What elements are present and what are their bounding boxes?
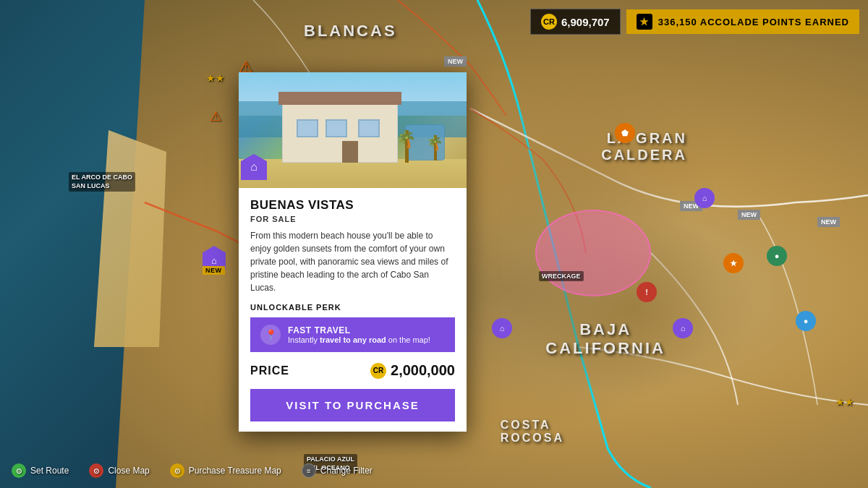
property-name: BUENAS VISTAS bbox=[250, 198, 455, 213]
warning-triangle-2: ⚠ bbox=[210, 108, 221, 124]
price-amount: 2,000,000 bbox=[391, 362, 455, 379]
set-route-label: Set Route bbox=[30, 466, 69, 476]
credits-value: 6,909,707 bbox=[561, 16, 610, 28]
close-map-action: ⊙ Close Map bbox=[89, 463, 149, 478]
wreckage-label: WRECKAGE bbox=[539, 271, 584, 281]
property-card: 🌴 🌴 BUENAS VISTAS FOR SALE From this mod… bbox=[239, 72, 467, 432]
marker-orange-1: ★ bbox=[723, 253, 744, 273]
set-route-action: ⊙ Set Route bbox=[12, 463, 69, 478]
marker-green-1: ● bbox=[767, 246, 787, 266]
marker-orange-2: ⬟ bbox=[615, 123, 635, 143]
house-marker-new: ⌂ NEW bbox=[203, 246, 226, 269]
star-rating-1: ★★ bbox=[206, 72, 225, 84]
new-badge-4: NEW bbox=[817, 217, 840, 227]
perk-desc: Instantly travel to any road on the map! bbox=[288, 335, 430, 344]
change-filter-action: ≡ Change Filter bbox=[302, 463, 373, 478]
event-zone bbox=[535, 210, 651, 296]
marker-purple-3: ⌂ bbox=[492, 318, 512, 338]
price-cr-icon: CR bbox=[370, 363, 386, 379]
marker-blue-1: ● bbox=[796, 311, 816, 331]
star-rating-2: ★★ bbox=[835, 396, 854, 408]
perk-name: FAST TRAVEL bbox=[288, 325, 430, 335]
price-value: CR 2,000,000 bbox=[370, 362, 455, 379]
fast-travel-icon: 📍 bbox=[260, 325, 281, 345]
perk-box: 📍 FAST TRAVEL Instantly travel to any ro… bbox=[250, 317, 455, 352]
purchase-treasure-map-action: ⊙ Purchase Treasure Map bbox=[170, 463, 281, 478]
unlockable-perk-label: UNLOCKABLE PERK bbox=[250, 303, 455, 312]
purchase-treasure-map-label: Purchase Treasure Map bbox=[189, 466, 281, 476]
costa-rocosa-label: COSTAROCOSA bbox=[501, 419, 564, 445]
card-content: BUENAS VISTAS FOR SALE From this modern … bbox=[239, 188, 467, 432]
new-badge: NEW bbox=[203, 266, 225, 275]
credits-display: CR 6,909,707 bbox=[530, 9, 621, 35]
purchase-treasure-map-btn[interactable]: ⊙ bbox=[170, 463, 184, 478]
bottom-hud: ⊙ Set Route ⊙ Close Map ⊙ Purchase Treas… bbox=[0, 463, 868, 478]
set-route-btn[interactable]: ⊙ bbox=[12, 463, 26, 478]
new-badge-3: NEW bbox=[738, 210, 760, 220]
for-sale-label: FOR SALE bbox=[250, 215, 455, 223]
marker-red-1: ! bbox=[637, 282, 657, 302]
price-label: PRICE bbox=[250, 364, 289, 377]
new-badge-1: NEW bbox=[444, 56, 467, 67]
close-map-btn[interactable]: ⊙ bbox=[89, 463, 103, 478]
change-filter-btn[interactable]: ≡ bbox=[302, 463, 316, 478]
perk-desc-suffix: on the map! bbox=[386, 335, 430, 344]
accolade-text: 336,150 ACCOLADE POINTS EARNED bbox=[658, 17, 849, 27]
top-hud: CR 6,909,707 ★ 336,150 ACCOLADE POINTS E… bbox=[530, 9, 859, 35]
cr-icon: CR bbox=[541, 14, 557, 30]
marker-purple-2: ⌂ bbox=[673, 318, 693, 338]
property-description: From this modern beach house you'll be a… bbox=[250, 229, 455, 294]
star-icon: ★ bbox=[637, 14, 652, 30]
price-row: PRICE CR 2,000,000 bbox=[250, 362, 455, 379]
marker-purple-1: ⌂ bbox=[694, 188, 715, 208]
baja-california-label: BAJACALIFORNIA bbox=[545, 320, 665, 358]
blancas-label: BLANCAS bbox=[304, 22, 397, 40]
perk-desc-bold: travel to any road bbox=[320, 335, 386, 344]
perk-text: FAST TRAVEL Instantly travel to any road… bbox=[288, 325, 430, 344]
perk-desc-prefix: Instantly bbox=[288, 335, 320, 344]
property-image: 🌴 🌴 bbox=[239, 72, 467, 188]
close-map-label: Close Map bbox=[108, 466, 149, 476]
visit-to-purchase-button[interactable]: VISIT TO PURCHASE bbox=[250, 389, 455, 421]
el-arco-label: EL ARCO DE CABOSAN LUCAS bbox=[69, 172, 135, 192]
accolade-display: ★ 336,150 ACCOLADE POINTS EARNED bbox=[626, 9, 859, 34]
change-filter-label: Change Filter bbox=[320, 466, 373, 476]
la-gran-caldera-label: LA GRANCALDERA bbox=[601, 130, 687, 163]
